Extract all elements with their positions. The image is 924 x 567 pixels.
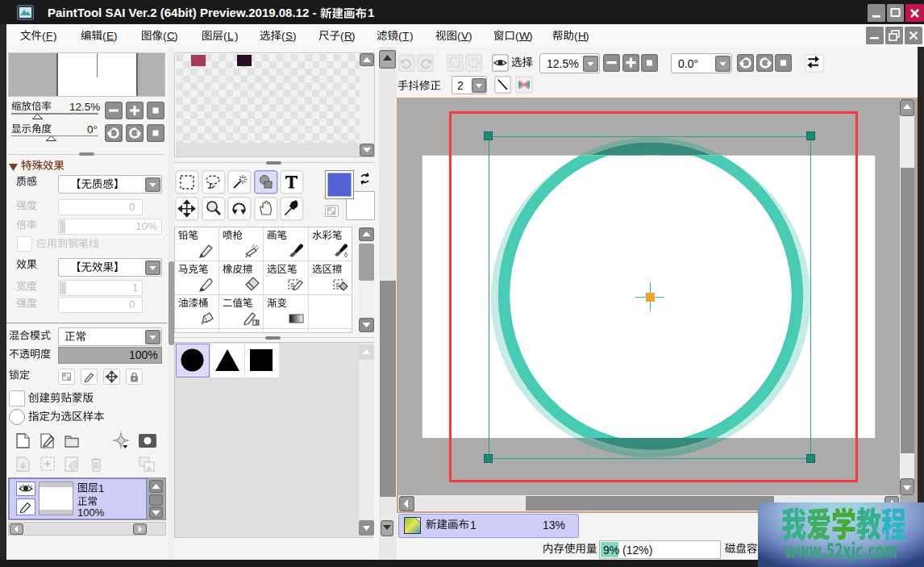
svg-text:S: S	[335, 281, 339, 289]
